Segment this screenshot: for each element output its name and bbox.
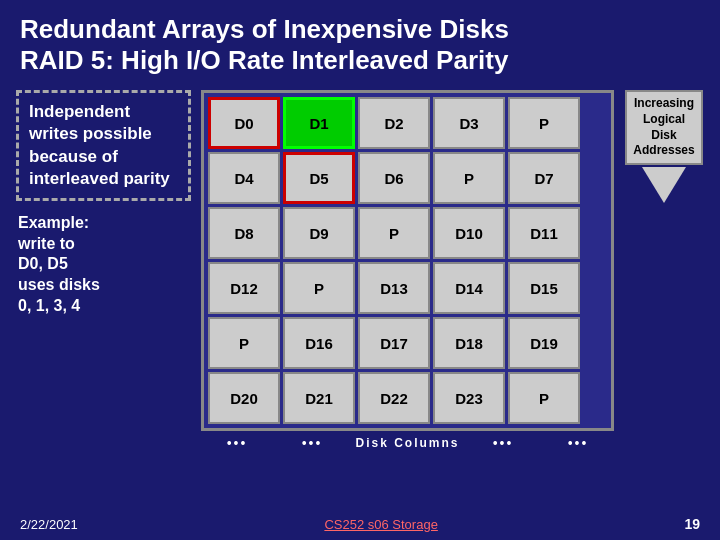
center-panel: D0D1D2D3PD4D5D6PD7D8D9PD10D11D12PD13D14D… xyxy=(201,90,614,506)
grid-cell-4-3: D18 xyxy=(433,317,505,369)
description-text: Independent writes possible because of i… xyxy=(29,102,170,187)
grid-container: D0D1D2D3PD4D5D6PD7D8D9PD10D11D12PD13D14D… xyxy=(201,90,614,431)
footer: 2/22/2021 CS252 s06 Storage 19 xyxy=(0,516,720,532)
title-area: Redundant Arrays of Inexpensive Disks RA… xyxy=(0,0,720,86)
footer-page: 19 xyxy=(684,516,700,532)
grid-cell-0-0: D0 xyxy=(208,97,280,149)
grid-cell-5-0: D20 xyxy=(208,372,280,424)
grid-cell-5-2: D22 xyxy=(358,372,430,424)
grid-cell-3-4: D15 xyxy=(508,262,580,314)
grid-cell-1-1: D5 xyxy=(283,152,355,204)
dot4: ••• xyxy=(467,433,539,453)
grid-row: D8D9PD10D11 xyxy=(208,207,607,259)
grid-cell-5-3: D23 xyxy=(433,372,505,424)
grid-cell-4-2: D17 xyxy=(358,317,430,369)
grid-row: PD16D17D18D19 xyxy=(208,317,607,369)
title-line1: Redundant Arrays of Inexpensive Disks xyxy=(20,14,509,44)
grid-cell-2-4: D11 xyxy=(508,207,580,259)
left-panel: Independent writes possible because of i… xyxy=(16,90,191,506)
grid-cell-2-0: D8 xyxy=(208,207,280,259)
grid-cell-2-1: D9 xyxy=(283,207,355,259)
grid-cell-0-1: D1 xyxy=(283,97,355,149)
description-box: Independent writes possible because of i… xyxy=(16,90,191,200)
grid-cell-1-4: D7 xyxy=(508,152,580,204)
disk-col-label: Disk Columns xyxy=(351,433,464,453)
grid-cell-1-2: D6 xyxy=(358,152,430,204)
grid-cell-3-0: D12 xyxy=(208,262,280,314)
arrow-down-icon xyxy=(642,167,686,203)
grid-row: D20D21D22D23P xyxy=(208,372,607,424)
footer-date: 2/22/2021 xyxy=(20,517,78,532)
grid-cell-3-2: D13 xyxy=(358,262,430,314)
dots-row: ••• ••• Disk Columns ••• ••• xyxy=(201,433,614,453)
grid-cell-4-4: D19 xyxy=(508,317,580,369)
grid-cell-1-3: P xyxy=(433,152,505,204)
grid-row: D0D1D2D3P xyxy=(208,97,607,149)
grid-cell-3-3: D14 xyxy=(433,262,505,314)
slide: Redundant Arrays of Inexpensive Disks RA… xyxy=(0,0,720,540)
grid-row: D12PD13D14D15 xyxy=(208,262,607,314)
dot5: ••• xyxy=(542,433,614,453)
increasing-label: Increasing Logical Disk Addresses xyxy=(625,90,703,164)
dot2: ••• xyxy=(276,433,348,453)
grid-cell-2-2: P xyxy=(358,207,430,259)
grid-cell-1-0: D4 xyxy=(208,152,280,204)
grid-cell-0-4: P xyxy=(508,97,580,149)
grid-cell-4-1: D16 xyxy=(283,317,355,369)
example-box: Example:write toD0, D5uses disks0, 1, 3,… xyxy=(16,209,191,321)
grid-cell-0-3: D3 xyxy=(433,97,505,149)
grid-cell-4-0: P xyxy=(208,317,280,369)
title-line2: RAID 5: High I/O Rate Interleaved Parity xyxy=(20,45,508,75)
grid-cell-3-1: P xyxy=(283,262,355,314)
grid-cell-5-4: P xyxy=(508,372,580,424)
grid-cell-0-2: D2 xyxy=(358,97,430,149)
footer-center: CS252 s06 Storage xyxy=(324,517,437,532)
dot1: ••• xyxy=(201,433,273,453)
grid-cell-2-3: D10 xyxy=(433,207,505,259)
grid-row: D4D5D6PD7 xyxy=(208,152,607,204)
title: Redundant Arrays of Inexpensive Disks RA… xyxy=(20,14,700,76)
grid-cell-5-1: D21 xyxy=(283,372,355,424)
content-area: Independent writes possible because of i… xyxy=(0,86,720,506)
right-panel: Increasing Logical Disk Addresses xyxy=(624,90,704,506)
